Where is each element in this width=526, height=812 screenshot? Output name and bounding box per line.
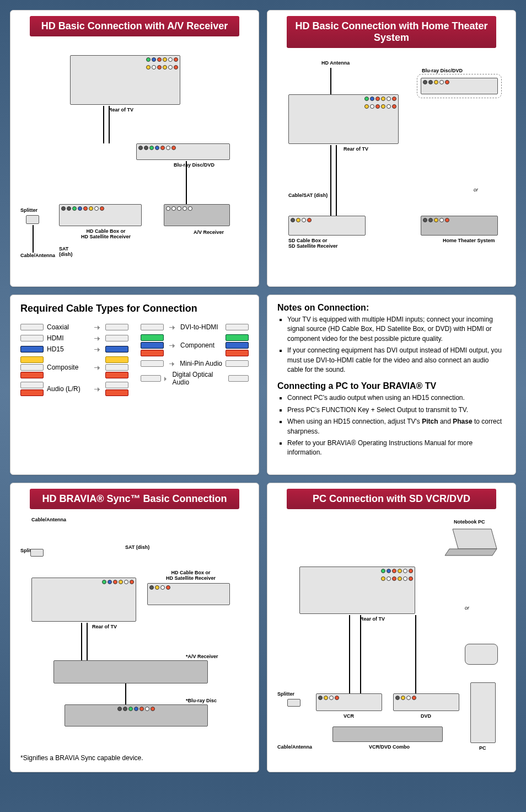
device-rear-of-tv [31, 578, 136, 622]
cable-col-left: Coaxial HDMI HD15 Composite Audio (L/R) [20, 320, 128, 399]
label-avr: A/V Receiver [194, 229, 224, 235]
label-bluray: Blu-ray Disc/DVD [422, 68, 463, 73]
diagram-sync: Cable/Antenna Splitter SAT (dish) Rear o… [20, 517, 249, 749]
device-hts [421, 216, 498, 236]
label-rear-of-tv: Rear of TV [360, 616, 385, 622]
device-gamepad [465, 644, 498, 665]
pc-notes-list: Connect PC's audio output when using an … [277, 393, 506, 457]
label-combo: VCR/DVD Combo [369, 744, 410, 750]
note-item: Press PC's FUNCTION Key + Select Output … [287, 405, 506, 415]
device-avr [164, 204, 230, 226]
label-or: or [474, 187, 478, 193]
label-bluray: *Blu-ray Disc [186, 698, 217, 703]
device-vcr [316, 693, 382, 711]
label-or: or [465, 605, 469, 611]
label-rear-of-tv: Rear of TV [92, 624, 117, 629]
title-bar: HD Basic Connection with A/V Receiver [30, 16, 240, 36]
card-pc-vcr: PC Connection with SD VCR/DVD Notebook P… [267, 483, 516, 772]
device-sd-box [288, 216, 366, 236]
label-cable-antenna: Cable/Antenna [20, 253, 55, 258]
label-hd-box: HD Cable Box or HD Satellite Receiver [81, 228, 131, 239]
label-cable-sat: Cable/SAT (dish) [288, 193, 328, 198]
label-hd-box: HD Cable Box or HD Satellite Receiver [166, 570, 216, 581]
cable-minipin: Mini-Pin Audio [141, 360, 249, 367]
diagram-hts: HD Antenna Rear of TV Blu-ray Disc/DVD C… [277, 56, 506, 276]
device-combo [332, 726, 443, 742]
label-vcr: VCR [343, 713, 354, 719]
cable-hdmi: HDMI [20, 334, 128, 342]
device-splitter [30, 549, 44, 557]
label-sat-dish: SAT (dish) [125, 544, 149, 550]
card-bravia-sync: HD BRAVIA® Sync™ Basic Connection Cable/… [10, 483, 259, 772]
device-splitter [287, 699, 300, 707]
label-avr: *A/V Receiver [186, 654, 218, 659]
diagram-pc: Notebook PC Rear of TV or VCR [277, 517, 506, 760]
diagram-avr: Rear of TV Blu-ray Disc/DVD HD Cable Box… [20, 44, 249, 265]
title-bar: PC Connection with SD VCR/DVD [287, 489, 497, 509]
label-sd-box: SD Cable Box or SD Satellite Receiver [288, 238, 338, 249]
device-pc [470, 682, 496, 743]
note-item: Connect PC's audio output when using an … [287, 393, 506, 403]
cable-hd15: HD15 [20, 345, 128, 353]
label-rear-of-tv: Rear of TV [343, 146, 368, 152]
label-cable-antenna: Cable/Antenna [277, 744, 312, 750]
card-cables: Required Cable Types for Connection Coax… [10, 295, 259, 475]
card-avr: HD Basic Connection with A/V Receiver Re… [10, 10, 259, 287]
note-item: Your TV is equipped with multiple HDMI i… [287, 315, 506, 344]
title-bar: HD Basic Connection with Home Theater Sy… [287, 16, 497, 48]
device-dvd [393, 693, 459, 711]
label-splitter: Splitter [277, 691, 294, 697]
device-bluray [65, 704, 208, 726]
label-hd-antenna: HD Antenna [321, 60, 350, 66]
svg-marker-1 [445, 549, 497, 555]
card-hts: HD Basic Connection with Home Theater Sy… [267, 10, 516, 287]
heading-cables: Required Cable Types for Connection [20, 303, 249, 314]
label-sat-dish: SAT (dish) [59, 246, 73, 257]
note-item: If your connecting equipment has DVI out… [287, 346, 506, 375]
label-notebook: Notebook PC [454, 519, 485, 525]
label-dvd: DVD [421, 713, 431, 719]
title-bar: HD BRAVIA® Sync™ Basic Connection [30, 489, 240, 509]
cable-audio-lr: Audio (L/R) [20, 382, 128, 396]
label-rear-of-tv: Rear of TV [109, 107, 133, 113]
label-cable-antenna: Cable/Antenna [31, 517, 66, 522]
notes-list: Your TV is equipped with multiple HDMI i… [277, 315, 506, 375]
device-bluray [421, 78, 498, 94]
heading-pc: Connecting a PC to Your BRAVIA® TV [277, 381, 506, 391]
card-notes: Notes on Connection: Your TV is equipped… [267, 295, 516, 475]
device-avr [53, 660, 208, 683]
heading-notes: Notes on Connection: [277, 303, 506, 313]
footnote-sync: *Signifies a BRAVIA Sync capable device. [20, 754, 249, 762]
cable-composite: Composite [20, 356, 128, 378]
device-splitter [26, 215, 39, 224]
device-rear-of-tv [70, 55, 180, 105]
label-pc: PC [479, 745, 486, 751]
notebook-icon [443, 527, 498, 558]
device-hd-box [59, 204, 142, 226]
note-item: Refer to your BRAVIA® Operating Instruct… [287, 439, 506, 458]
cable-component: Component [141, 334, 249, 356]
device-bluray [136, 143, 230, 160]
cable-coaxial: Coaxial [20, 323, 128, 331]
label-hts: Home Theater System [443, 238, 495, 243]
svg-marker-0 [453, 529, 497, 549]
note-item: When using an HD15 connection, adjust TV… [287, 417, 506, 436]
device-rear-of-tv [299, 567, 415, 614]
cable-col-right: DVI-to-HDMI Component Mini-Pin Audio Dig… [141, 320, 249, 399]
device-rear-of-tv [288, 94, 399, 144]
label-bluray: Blu-ray Disc/DVD [174, 162, 214, 168]
cable-optical: Digital Optical Audio [141, 371, 249, 386]
cable-dvi-hdmi: DVI-to-HDMI [141, 323, 249, 331]
device-hd-box [147, 583, 230, 605]
label-splitter: Splitter [20, 207, 37, 213]
